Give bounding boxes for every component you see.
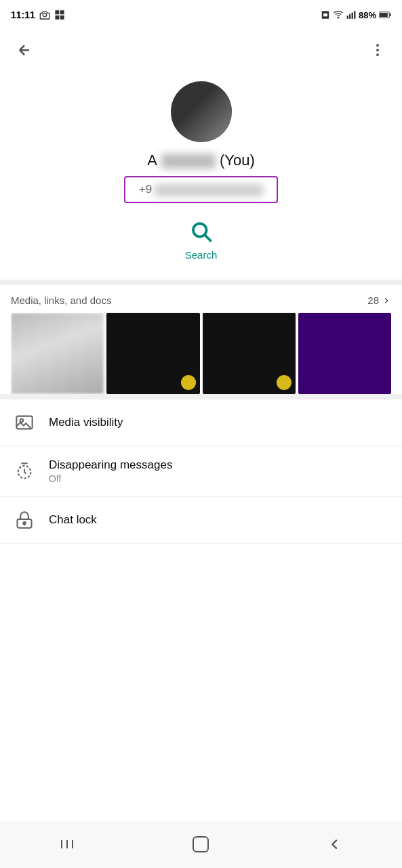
- profile-name: A(You): [147, 152, 254, 169]
- status-left: 11:11: [11, 9, 65, 20]
- media-badge-2: [181, 375, 196, 390]
- svg-point-16: [376, 49, 379, 51]
- settings-list: Media visibility Disappearing messages O…: [0, 399, 402, 544]
- back-nav-icon: [327, 837, 342, 852]
- media-header: Media, links, and docs 28: [11, 295, 391, 306]
- phone-prefix: +9: [139, 183, 152, 196]
- svg-rect-4: [60, 16, 64, 20]
- svg-rect-1: [55, 10, 59, 14]
- disappearing-messages-subtitle: Off: [49, 473, 172, 484]
- media-visibility-content: Media visibility: [49, 416, 123, 429]
- avatar-image: [171, 81, 232, 142]
- back-nav-button[interactable]: [318, 827, 352, 861]
- status-bar: 11:11 88%: [0, 0, 402, 30]
- status-right: 88%: [321, 10, 391, 20]
- svg-rect-9: [349, 14, 350, 19]
- more-options-button[interactable]: [364, 37, 391, 64]
- svg-point-0: [43, 13, 46, 16]
- settings-item-chat-lock[interactable]: Chat lock: [0, 497, 402, 544]
- svg-rect-14: [390, 14, 391, 16]
- disappearing-messages-content: Disappearing messages Off: [49, 458, 172, 484]
- media-thumb-2[interactable]: [106, 313, 199, 394]
- search-icon-container: [186, 217, 216, 246]
- media-grid: [11, 313, 391, 394]
- home-button[interactable]: [184, 827, 218, 861]
- disappearing-messages-title: Disappearing messages: [49, 458, 172, 472]
- media-thumb-4[interactable]: [298, 313, 391, 394]
- search-icon: [189, 219, 214, 244]
- wifi-icon: [333, 10, 344, 20]
- svg-point-17: [376, 53, 379, 56]
- timer-icon: [14, 460, 35, 482]
- settings-item-disappearing-messages[interactable]: Disappearing messages Off: [0, 446, 402, 497]
- sim-icon: [321, 10, 330, 20]
- svg-line-19: [205, 235, 210, 240]
- svg-rect-11: [354, 11, 355, 19]
- media-thumb-1[interactable]: [11, 313, 104, 394]
- svg-rect-13: [380, 13, 388, 17]
- svg-rect-10: [352, 13, 353, 19]
- search-action[interactable]: Search: [185, 217, 218, 261]
- media-visibility-title: Media visibility: [49, 416, 123, 429]
- signal-icon: [346, 10, 356, 20]
- settings-item-media-visibility[interactable]: Media visibility: [0, 399, 402, 446]
- avatar: [171, 81, 232, 142]
- phone-blurred: [155, 184, 263, 196]
- svg-rect-8: [347, 16, 348, 19]
- chat-lock-content: Chat lock: [49, 513, 97, 527]
- chat-lock-title: Chat lock: [49, 513, 97, 527]
- image-icon: [14, 412, 35, 433]
- name-blurred: [161, 154, 216, 169]
- phone-number-box: +9: [124, 176, 278, 203]
- svg-rect-2: [60, 10, 64, 14]
- search-label: Search: [185, 249, 218, 261]
- svg-rect-3: [55, 16, 59, 20]
- chevron-right-icon: [382, 296, 391, 305]
- back-arrow-icon: [16, 42, 33, 58]
- back-button[interactable]: [11, 37, 38, 64]
- media-section[interactable]: Media, links, and docs 28: [0, 285, 402, 399]
- media-thumb-3[interactable]: [203, 313, 296, 394]
- home-circle-icon: [192, 836, 209, 853]
- bottom-nav: [0, 821, 402, 868]
- gallery-status-icon: [54, 9, 65, 20]
- camera-status-icon: [39, 9, 50, 20]
- svg-point-15: [376, 44, 379, 47]
- top-nav: [0, 30, 402, 70]
- svg-point-7: [338, 18, 338, 18]
- media-count[interactable]: 28: [367, 295, 391, 306]
- lock-icon: [14, 509, 35, 531]
- battery-percentage: 88%: [359, 10, 376, 20]
- battery-icon: [379, 11, 391, 19]
- media-badge-3: [277, 375, 292, 390]
- recent-apps-button[interactable]: [50, 827, 84, 861]
- svg-rect-29: [193, 837, 208, 852]
- more-vertical-icon: [369, 42, 386, 58]
- time-display: 11:11: [11, 9, 35, 20]
- svg-rect-6: [323, 14, 327, 17]
- media-section-title: Media, links, and docs: [11, 295, 111, 306]
- recent-apps-icon: [59, 836, 75, 852]
- profile-section: A(You) +9 Search: [0, 70, 402, 285]
